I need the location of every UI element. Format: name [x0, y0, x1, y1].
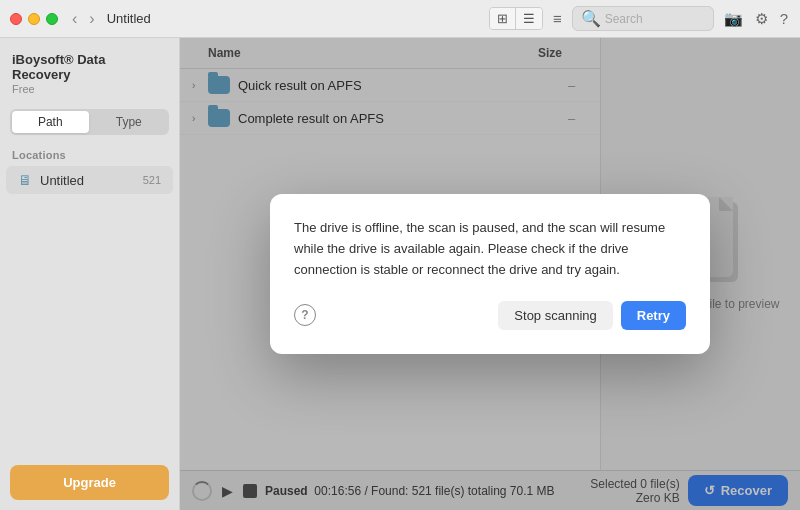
tab-type[interactable]: Type	[91, 111, 168, 133]
titlebar: ‹ › Untitled ⊞ ☰ ≡ 🔍 📷 ⚙ ?	[0, 0, 800, 38]
sidebar-section-label: Locations	[0, 143, 179, 165]
sidebar-item-label: Untitled	[40, 173, 143, 188]
settings-icon[interactable]: ⚙	[753, 8, 770, 30]
retry-button[interactable]: Retry	[621, 301, 686, 330]
forward-button[interactable]: ›	[85, 9, 98, 29]
help-button[interactable]: ?	[294, 304, 316, 326]
tab-path[interactable]: Path	[12, 111, 89, 133]
view-toggle: ⊞ ☰	[489, 7, 543, 30]
main-layout: iBoysoft® Data Recovery Free Path Type L…	[0, 38, 800, 510]
maximize-button[interactable]	[46, 13, 58, 25]
content-area: Name Size Date Created ⤢ › Quick result …	[180, 38, 800, 510]
app-subtitle: Free	[12, 83, 167, 95]
nav-buttons: ‹ ›	[68, 9, 99, 29]
app-name: iBoysoft® Data Recovery	[12, 52, 167, 82]
camera-button[interactable]: 📷	[722, 8, 745, 30]
sidebar-item-count: 521	[143, 174, 161, 186]
sidebar: iBoysoft® Data Recovery Free Path Type L…	[0, 38, 180, 510]
modal-dialog: The drive is offline, the scan is paused…	[270, 194, 710, 353]
sidebar-item-untitled[interactable]: 🖥 Untitled 521	[6, 166, 173, 194]
minimize-button[interactable]	[28, 13, 40, 25]
list-view-button[interactable]: ☰	[516, 8, 542, 29]
search-bar[interactable]: 🔍	[572, 6, 714, 31]
close-button[interactable]	[10, 13, 22, 25]
titlebar-actions: ⊞ ☰ ≡ 🔍 📷 ⚙ ?	[489, 6, 790, 31]
titlebar-title: Untitled	[107, 11, 151, 26]
grid-view-button[interactable]: ⊞	[490, 8, 516, 29]
search-icon: 🔍	[581, 9, 601, 28]
modal-message: The drive is offline, the scan is paused…	[294, 218, 686, 280]
drive-icon: 🖥	[18, 172, 32, 188]
back-button[interactable]: ‹	[68, 9, 81, 29]
filter-button[interactable]: ≡	[551, 8, 564, 29]
help-icon[interactable]: ?	[778, 8, 790, 29]
modal-overlay: The drive is offline, the scan is paused…	[180, 38, 800, 510]
search-input[interactable]	[605, 12, 705, 26]
sidebar-tabs: Path Type	[10, 109, 169, 135]
stop-scanning-button[interactable]: Stop scanning	[498, 301, 612, 330]
upgrade-button[interactable]: Upgrade	[10, 465, 169, 500]
sidebar-header: iBoysoft® Data Recovery Free	[0, 38, 179, 101]
modal-footer: ? Stop scanning Retry	[294, 301, 686, 330]
traffic-lights	[10, 13, 58, 25]
